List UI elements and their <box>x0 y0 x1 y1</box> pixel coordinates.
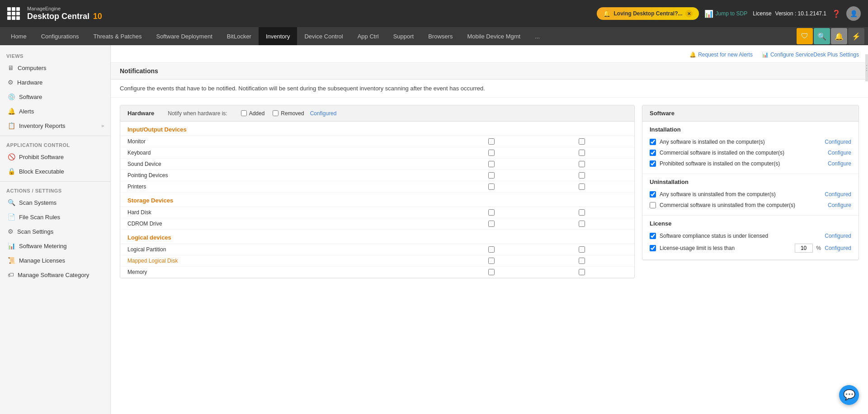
memory-removed-cb[interactable] <box>579 269 585 275</box>
sidebar-label-alerts: Alerts <box>19 108 34 115</box>
pointing-added-cb[interactable] <box>488 172 495 179</box>
sidebar-item-scan-settings[interactable]: ⚙ Scan Settings <box>0 224 110 239</box>
sidebar-item-computers[interactable]: 🖥 Computers <box>0 61 110 75</box>
compliance-cb[interactable] <box>650 233 656 239</box>
removed-all-checkbox[interactable] <box>273 110 278 116</box>
sidebar-item-inventory-reports[interactable]: 📋 Inventory Reports » <box>0 118 110 133</box>
sound-removed-cb[interactable] <box>579 161 585 167</box>
sidebar-item-file-scan-rules[interactable]: 📄 File Scan Rules <box>0 210 110 224</box>
alerts-icon: 🔔 <box>8 108 15 115</box>
logicalpartition-removed-cb[interactable] <box>579 246 585 253</box>
sound-added-cb[interactable] <box>488 161 495 167</box>
sidebar-item-alerts[interactable]: 🔔 Alerts <box>0 104 110 118</box>
sw-installation-section: Installation Any software is installed o… <box>642 122 859 174</box>
prohibited-installed-cb[interactable] <box>650 160 656 167</box>
reports-icon: 📋 <box>8 122 15 129</box>
chat-bubble-button[interactable]: 💬 <box>839 385 859 405</box>
category-icon: 🏷 <box>8 271 14 278</box>
any-uninstalled-cb[interactable] <box>650 191 656 198</box>
license-usage-cb[interactable] <box>650 245 656 251</box>
keyboard-added-cb[interactable] <box>488 150 495 156</box>
nav-item-bitlocker[interactable]: BitLocker <box>220 27 259 45</box>
hardware-configured-link[interactable]: Configured <box>310 110 337 117</box>
notifications-title: Notifications <box>111 63 868 80</box>
sidebar-item-prohibit-software[interactable]: 🚫 Prohibit Software <box>0 150 110 164</box>
compliance-configured-link[interactable]: Configured <box>825 233 851 239</box>
sidebar-item-software-metering[interactable]: 📊 Software Metering <box>0 239 110 253</box>
device-memory: Memory <box>127 269 446 275</box>
nav-item-device-control[interactable]: Device Control <box>297 27 350 45</box>
mappeddisk-added-cb[interactable] <box>488 258 495 264</box>
license-usage-configured-link[interactable]: Configured <box>825 245 851 251</box>
any-installed-configured-link[interactable]: Configured <box>825 139 851 145</box>
added-all-checkbox[interactable] <box>241 110 247 116</box>
pointing-removed-cb[interactable] <box>579 172 585 179</box>
shield-icon-button[interactable]: 🛡 <box>797 28 813 44</box>
nav-item-home[interactable]: Home <box>4 27 34 45</box>
sw-row-prohibited-installed: Prohibited software is installed on the … <box>650 158 851 169</box>
sidebar-item-manage-software-category[interactable]: 🏷 Manage Software Category <box>0 268 110 282</box>
printers-removed-cb[interactable] <box>579 183 585 190</box>
sidebar-item-manage-licenses[interactable]: 📜 Manage Licenses <box>0 253 110 268</box>
commercial-installed-cb[interactable] <box>650 150 656 156</box>
sdp-link-icon: 📊 <box>762 52 769 58</box>
license-usage-pct-input[interactable] <box>795 244 813 253</box>
commercial-installed-configure-link[interactable]: Configure <box>828 150 851 156</box>
lightning-icon-button[interactable]: ⚡ <box>848 28 864 44</box>
harddisk-added-cb[interactable] <box>488 209 495 216</box>
monitor-removed-cb[interactable] <box>579 138 585 145</box>
sidebar-item-hardware[interactable]: ⚙ Hardware <box>0 75 110 89</box>
computer-icon: 🖥 <box>8 64 14 71</box>
content-area: 🔔 Request for new Alerts 📊 Configure Ser… <box>111 45 868 414</box>
settings-icon: ⚙ <box>8 228 14 235</box>
sidebar-item-block-executable[interactable]: 🔒 Block Executable <box>0 164 110 179</box>
logicalpartition-added-cb[interactable] <box>488 246 495 253</box>
nav-item-software-deployment[interactable]: Software Deployment <box>149 27 219 45</box>
harddisk-removed-cb[interactable] <box>579 209 585 216</box>
notification-banner[interactable]: 🔔 Loving Desktop Central?... ✕ <box>597 7 698 20</box>
sidebar-label-hardware: Hardware <box>17 79 42 86</box>
avatar[interactable]: 👤 <box>846 6 861 21</box>
request-alerts-link[interactable]: 🔔 Request for new Alerts <box>689 52 753 58</box>
sw-uninstallation-section: Uninstallation Any software is uninstall… <box>642 174 859 216</box>
search-icon-button[interactable]: 🔍 <box>814 28 830 44</box>
notifications-desc-text: Configure the events that have to be not… <box>120 85 485 92</box>
nav-item-more[interactable]: ... <box>528 27 547 45</box>
configure-sdp-link[interactable]: 📊 Configure ServiceDesk Plus Settings <box>762 52 859 58</box>
nav-item-support[interactable]: Support <box>386 27 421 45</box>
help-icon[interactable]: ❓ <box>832 9 841 18</box>
monitor-added-cb[interactable] <box>488 138 495 145</box>
keyboard-removed-cb[interactable] <box>579 150 585 156</box>
nav-item-configurations[interactable]: Configurations <box>34 27 86 45</box>
sidebar-label-prohibit-software: Prohibit Software <box>19 154 64 160</box>
commercial-uninstalled-configure-link[interactable]: Configure <box>828 202 851 208</box>
bell-icon-button[interactable]: 🔔 <box>831 28 847 44</box>
nav-item-threats[interactable]: Threats & Patches <box>86 27 149 45</box>
sidebar-item-scan-systems[interactable]: 🔍 Scan Systems <box>0 195 110 210</box>
hardware-panel-header: Hardware Notify when hardware is: Added … <box>120 105 634 122</box>
jump-sdp-button[interactable]: 📊 Jump to SDP <box>704 9 748 18</box>
nav-item-mobile[interactable]: Mobile Device Mgmt <box>460 27 528 45</box>
software-title: Software <box>650 110 675 117</box>
added-label-text: Added <box>249 110 265 117</box>
any-uninstalled-configured-link[interactable]: Configured <box>825 191 851 198</box>
license-label: License <box>753 10 771 17</box>
device-logical-partition: Logical Partition <box>127 246 446 253</box>
prohibited-installed-configure-link[interactable]: Configure <box>828 160 851 167</box>
nav-item-inventory[interactable]: Inventory <box>259 27 297 45</box>
mappeddisk-removed-cb[interactable] <box>579 258 585 264</box>
cdrom-added-cb[interactable] <box>488 221 495 227</box>
cdrom-removed-cb[interactable] <box>579 221 585 227</box>
printers-added-cb[interactable] <box>488 183 495 190</box>
memory-added-cb[interactable] <box>488 269 495 275</box>
close-notification-icon[interactable]: ✕ <box>685 10 693 17</box>
device-pointing: Pointing Devices <box>127 172 446 179</box>
commercial-uninstalled-cb[interactable] <box>650 202 656 208</box>
sidebar-item-software[interactable]: 💿 Software <box>0 89 110 104</box>
main-layout: Views 🖥 Computers ⚙ Hardware 💿 Software … <box>0 45 868 414</box>
nav-item-browsers[interactable]: Browsers <box>421 27 460 45</box>
any-installed-cb[interactable] <box>650 139 656 145</box>
nav-item-app-ctrl[interactable]: App Ctrl <box>350 27 386 45</box>
version-info: Version : 10.1.2147.1 <box>775 10 826 17</box>
device-sound: Sound Device <box>127 161 446 167</box>
